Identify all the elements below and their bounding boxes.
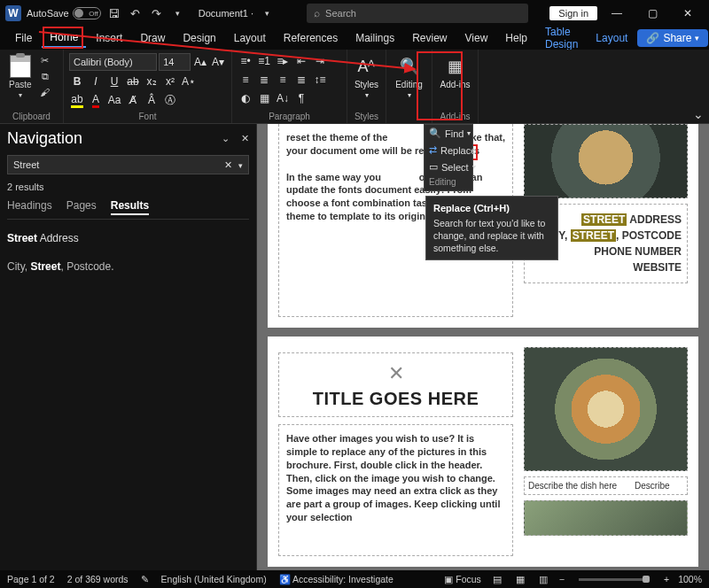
nav-chevron-icon[interactable]: ⌄ <box>222 133 230 143</box>
collapse-ribbon-icon[interactable]: ⌄ <box>693 107 704 121</box>
tab-draw[interactable]: Draw <box>132 29 173 47</box>
italic-button[interactable]: I <box>88 74 104 89</box>
align-right-icon[interactable]: ≡ <box>275 72 291 88</box>
show-marks-icon[interactable]: ¶ <box>293 90 309 106</box>
nav-close-icon[interactable]: ✕ <box>241 133 249 143</box>
redo-icon[interactable]: ↷ <box>149 5 165 21</box>
tab-insert[interactable]: Insert <box>88 29 130 47</box>
page-indicator[interactable]: Page 1 of 2 <box>7 574 55 584</box>
line-spacing-icon[interactable]: ↕≡ <box>312 72 328 88</box>
align-center-icon[interactable]: ≣ <box>256 72 272 88</box>
enclose-icon[interactable]: Ⓐ <box>162 92 178 108</box>
close-button[interactable]: ✕ <box>672 1 704 26</box>
font-name-select[interactable]: Calibri (Body) <box>69 53 157 71</box>
minimize-button[interactable]: — <box>601 1 633 26</box>
food-thumb[interactable] <box>524 500 688 536</box>
qat-dropdown-icon[interactable]: ▾ <box>170 5 186 21</box>
shrink-font-icon[interactable]: A▾ <box>210 54 226 70</box>
search-options-icon[interactable]: ▾ <box>238 161 243 170</box>
format-painter-icon[interactable]: 🖌 <box>37 85 53 99</box>
tab-mailings[interactable]: Mailings <box>347 29 402 47</box>
font-size-select[interactable]: 14 <box>159 53 191 71</box>
font-color-button[interactable]: A <box>88 92 104 108</box>
undo-icon[interactable]: ↶ <box>128 5 144 21</box>
tab-pages[interactable]: Pages <box>66 199 97 215</box>
print-layout-icon[interactable]: ▦ <box>513 573 527 585</box>
food-image[interactable] <box>524 124 688 198</box>
tab-table-layout[interactable]: Layout <box>588 29 635 47</box>
tab-table-design[interactable]: Table Design <box>537 23 586 53</box>
chevron-down-icon[interactable]: ▾ <box>259 5 275 21</box>
share-button[interactable]: 🔗 Share ▾ <box>637 29 708 47</box>
tab-design[interactable]: Design <box>175 29 223 47</box>
spellcheck-icon[interactable]: ✎ <box>141 574 149 584</box>
bold-button[interactable]: B <box>69 74 85 89</box>
tab-file[interactable]: File <box>7 29 40 47</box>
navigation-title: Navigation <box>7 129 82 148</box>
clear-formatting-icon[interactable]: A̸ <box>125 92 141 108</box>
tab-home[interactable]: Home <box>42 28 86 48</box>
character-scale-icon[interactable]: Â <box>144 92 160 108</box>
bullets-icon[interactable]: ≡• <box>238 53 253 69</box>
autosave-toggle[interactable]: AutoSave Off <box>27 7 101 19</box>
clear-search-icon[interactable]: ✕ <box>224 159 232 170</box>
tab-references[interactable]: References <box>276 29 346 47</box>
food-image[interactable] <box>524 347 688 471</box>
nav-search-input[interactable]: Street ✕ ▾ <box>7 155 249 174</box>
copy-icon[interactable]: ⧉ <box>37 69 53 83</box>
align-left-icon[interactable]: ≡ <box>238 72 253 88</box>
select-menu-item[interactable]: ▭ Select▾ <box>425 159 472 175</box>
change-case-button[interactable]: Aa <box>106 92 122 108</box>
editing-dropdown: 🔍 Find▾ ⇄ Replace ▭ Select▾ Editing <box>424 124 473 191</box>
web-layout-icon[interactable]: ▥ <box>536 573 550 585</box>
sort-icon[interactable]: A↓ <box>275 90 291 106</box>
borders-icon[interactable]: ▦ <box>256 90 272 106</box>
result-item[interactable]: City, Street, Postcode. <box>7 260 249 273</box>
highlight-color-button[interactable]: ab <box>69 92 85 108</box>
tab-view[interactable]: View <box>457 29 496 47</box>
decrease-indent-icon[interactable]: ⇤ <box>293 53 309 69</box>
text-effects-icon[interactable]: A⋆ <box>181 74 197 89</box>
result-item[interactable]: Street Address <box>7 232 249 244</box>
search-box[interactable]: ⌕ Search <box>307 4 528 23</box>
grow-font-icon[interactable]: A▴ <box>192 54 208 70</box>
maximize-button[interactable]: ▢ <box>636 1 668 26</box>
tab-results[interactable]: Results <box>111 199 149 215</box>
save-icon[interactable]: 🖫 <box>106 5 122 21</box>
superscript-button[interactable]: x² <box>162 74 178 89</box>
tab-help[interactable]: Help <box>497 29 535 47</box>
language[interactable]: English (United Kingdom) <box>161 574 267 584</box>
title-block[interactable]: ✕ TITLE GOES HERE <box>278 352 513 417</box>
increase-indent-icon[interactable]: ⇥ <box>312 53 328 69</box>
tab-review[interactable]: Review <box>404 29 455 47</box>
sign-in-button[interactable]: Sign in <box>549 6 597 20</box>
zoom-level[interactable]: 100% <box>678 574 702 584</box>
numbering-icon[interactable]: ≡1 <box>256 53 272 69</box>
cut-icon[interactable]: ✂ <box>37 53 53 67</box>
subscript-button[interactable]: x₂ <box>144 74 160 89</box>
editing-button[interactable]: 🔍 Editing ▾ <box>392 53 426 101</box>
tab-layout[interactable]: Layout <box>226 29 274 47</box>
zoom-out-button[interactable]: − <box>559 574 565 584</box>
underline-button[interactable]: U <box>106 74 122 89</box>
multilevel-list-icon[interactable]: ≡▸ <box>275 53 291 69</box>
zoom-in-button[interactable]: + <box>664 574 669 584</box>
addins-button[interactable]: ▦ Add-ins <box>438 53 472 91</box>
styles-button[interactable]: Aᴬ Styles ▾ <box>353 53 380 101</box>
paste-button[interactable]: Paste ▾ <box>5 53 35 101</box>
word-count[interactable]: 2 of 369 words <box>67 574 129 584</box>
zoom-slider[interactable] <box>579 578 650 581</box>
replace-menu-item[interactable]: ⇄ Replace <box>425 142 472 159</box>
strikethrough-button[interactable]: ab <box>125 74 141 89</box>
accessibility-status[interactable]: ♿ Accessibility: Investigate <box>279 574 393 585</box>
read-mode-icon[interactable]: ▤ <box>490 573 504 585</box>
shading-icon[interactable]: ◐ <box>238 90 253 106</box>
share-icon: 🔗 <box>646 32 659 44</box>
focus-mode[interactable]: ▣ Focus <box>444 574 481 584</box>
find-menu-item[interactable]: 🔍 Find▾ <box>425 125 472 142</box>
text-block[interactable]: Have other images you wish to use? It is… <box>278 424 513 556</box>
document-area[interactable]: reset the theme of the xxxxxx and just l… <box>257 124 709 570</box>
justify-icon[interactable]: ≣ <box>293 72 309 88</box>
caption-row[interactable]: Describe the dish here Describe <box>524 476 688 495</box>
tab-headings[interactable]: Headings <box>7 199 52 215</box>
